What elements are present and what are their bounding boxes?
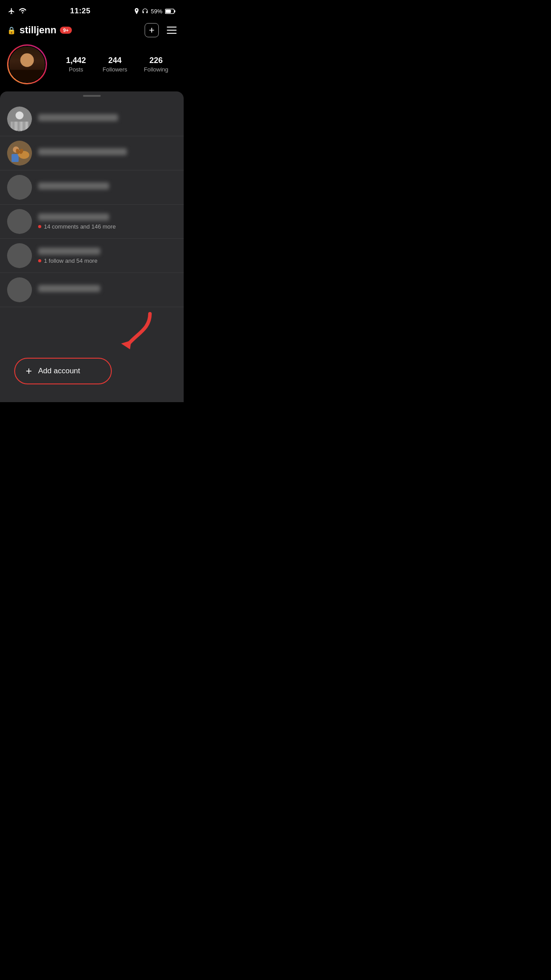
notification-dot	[38, 259, 41, 262]
avatar-placeholder	[7, 277, 32, 302]
header-action-icons	[145, 23, 177, 37]
account-info	[38, 148, 177, 158]
hamburger-line	[167, 33, 177, 34]
account-avatar	[7, 141, 32, 166]
followers-count: 244	[108, 56, 122, 65]
profile-header: 🔒 stilljenn 9+	[0, 20, 184, 91]
account-item[interactable]	[0, 136, 184, 170]
battery-icon	[165, 8, 176, 14]
username-row: 🔒 stilljenn 9+	[7, 24, 72, 36]
account-item[interactable]	[0, 102, 184, 136]
account-avatar-image	[7, 107, 32, 131]
add-account-label: Add account	[38, 367, 80, 375]
add-content-button[interactable]	[145, 23, 159, 37]
notification-badge[interactable]: 9+	[60, 27, 72, 34]
svg-marker-26	[121, 340, 131, 349]
hamburger-line	[167, 27, 177, 28]
stats-group: 1,442 Posts 244 Followers 226 Following	[58, 56, 177, 73]
account-name-blur	[38, 248, 100, 255]
account-name-blur	[38, 213, 109, 221]
account-info	[38, 114, 177, 124]
avatar-silhouette	[9, 47, 45, 82]
profile-stats-row: 1,442 Posts 244 Followers 226 Following	[7, 44, 177, 84]
account-avatar	[7, 175, 32, 200]
account-name-blur	[38, 285, 100, 292]
accounts-panel: 14 comments and 146 more 1 follow and 54…	[0, 91, 184, 402]
svg-point-10	[16, 111, 24, 119]
airplane-icon	[8, 8, 15, 15]
svg-rect-1	[174, 10, 176, 12]
posts-label: Posts	[69, 66, 83, 73]
account-info	[38, 182, 177, 192]
avatar-placeholder	[7, 209, 32, 234]
account-item[interactable]: 1 follow and 54 more	[0, 239, 184, 273]
svg-point-7	[20, 53, 34, 67]
profile-avatar-ring[interactable]	[7, 44, 47, 84]
lock-icon: 🔒	[7, 26, 16, 35]
account-info	[38, 285, 177, 295]
following-count: 226	[150, 56, 163, 65]
account-avatar	[7, 277, 32, 302]
red-arrow	[114, 312, 159, 352]
svg-rect-2	[165, 9, 171, 13]
profile-avatar	[8, 46, 46, 83]
account-activity-text: 1 follow and 54 more	[44, 257, 98, 264]
wifi-icon	[19, 8, 27, 14]
add-account-section: + Add account	[0, 307, 184, 402]
account-subtext: 1 follow and 54 more	[38, 257, 177, 264]
account-avatar	[7, 209, 32, 234]
followers-stat[interactable]: 244 Followers	[102, 56, 127, 73]
add-icon: +	[26, 365, 32, 377]
svg-rect-20	[12, 154, 19, 162]
status-right-icons: 59%	[134, 8, 176, 15]
posts-stat[interactable]: 1,442 Posts	[66, 56, 86, 73]
menu-button[interactable]	[167, 27, 177, 34]
following-label: Following	[144, 66, 168, 73]
avatar-placeholder	[7, 175, 32, 200]
headphones-icon	[142, 8, 148, 14]
profile-top-bar: 🔒 stilljenn 9+	[7, 23, 177, 37]
account-item[interactable]	[0, 273, 184, 307]
account-avatar	[7, 243, 32, 268]
status-left-icons	[8, 8, 27, 15]
following-stat[interactable]: 226 Following	[144, 56, 168, 73]
account-name-blur	[38, 182, 109, 190]
status-bar: 11:25 59%	[0, 0, 184, 20]
account-name-blur	[38, 148, 127, 155]
profile-username: stilljenn	[20, 24, 56, 36]
account-avatar-image	[7, 141, 32, 166]
drag-handle[interactable]	[83, 95, 101, 97]
account-name-blur	[38, 114, 118, 121]
add-account-button[interactable]: + Add account	[14, 358, 112, 384]
location-icon	[134, 8, 139, 14]
account-subtext: 14 comments and 146 more	[38, 223, 177, 230]
avatar-placeholder	[7, 243, 32, 268]
battery-percent: 59%	[151, 8, 162, 15]
account-activity-text: 14 comments and 146 more	[44, 223, 116, 230]
followers-label: Followers	[102, 66, 127, 73]
hamburger-line	[167, 30, 177, 31]
account-info: 14 comments and 146 more	[38, 213, 177, 230]
account-avatar	[7, 107, 32, 131]
account-info: 1 follow and 54 more	[38, 248, 177, 264]
notification-dot	[38, 225, 41, 228]
svg-rect-8	[9, 70, 45, 82]
account-item[interactable]	[0, 170, 184, 205]
posts-count: 1,442	[66, 56, 86, 65]
account-item[interactable]: 14 comments and 146 more	[0, 205, 184, 239]
status-time: 11:25	[70, 7, 91, 16]
